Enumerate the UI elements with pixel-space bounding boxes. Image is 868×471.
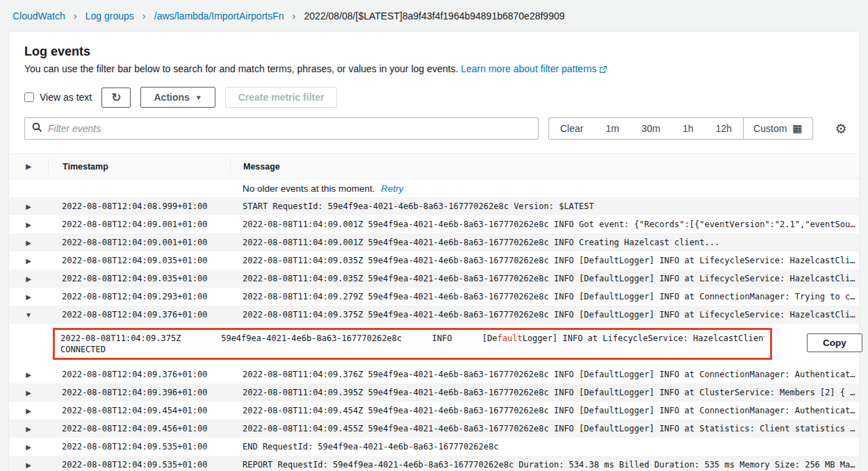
event-timestamp: 2022-08-08T12:04:09.001+01:00 (48, 220, 230, 229)
event-message: 2022-08-08T11:04:09.001Z 59e4f9ea-4021-4… (230, 238, 859, 247)
refresh-button[interactable]: ↻ (101, 88, 131, 108)
expand-arrow-icon[interactable]: ▶ (26, 371, 31, 379)
expand-arrow-icon[interactable]: ▶ (26, 221, 31, 229)
view-as-text-checkbox[interactable] (24, 92, 34, 102)
event-timestamp: 2022-08-08T12:04:09.376+01:00 (48, 310, 230, 320)
expand-arrow-icon[interactable]: ▶ (26, 257, 31, 265)
expand-arrow-icon[interactable]: ▶ (26, 389, 31, 397)
time-range-group: Clear 1m 30m 1h 12h Custom ▦ (548, 117, 813, 140)
expand-arrow-icon[interactable]: ▶ (26, 443, 31, 451)
time-range-1h-button[interactable]: 1h (671, 118, 705, 139)
log-event-row[interactable]: ▶ 2022-08-08T12:04:09.396+01:00 2022-08-… (9, 383, 859, 402)
table-header: ▶ Timestamp Message (9, 154, 859, 179)
chevron-down-icon: ▼ (195, 94, 202, 101)
expand-arrow-icon[interactable]: ▶ (26, 425, 31, 433)
filter-row: Clear 1m 30m 1h 12h Custom ▦ ⚙ (24, 117, 844, 140)
log-events-panel: Log events You can use the filter bar be… (8, 31, 860, 471)
no-older-events-text: No older events at this moment. (243, 183, 375, 194)
event-message: 2022-08-08T11:04:09.455Z 59e4f9ea-4021-4… (230, 424, 859, 433)
event-timestamp: 2022-08-08T12:04:09.376+01:00 (48, 370, 230, 379)
event-timestamp: 2022-08-08T12:04:08.999+01:00 (48, 201, 230, 211)
actions-label: Actions (154, 92, 189, 103)
breadcrumb-log-stream-name: 2022/08/08/[$LATEST]8a9f43f4f1964b94891b… (304, 10, 565, 22)
expanded-event-detail: 2022-08-08T11:04:09.375Z 59e4f9ea-4021-4… (9, 324, 859, 365)
event-message: REPORT RequestId: 59e4f9ea-4021-4e6b-8a6… (230, 460, 859, 470)
expand-all-header[interactable]: ▶ (9, 163, 48, 170)
toolbar: View as text ↻ Actions ▼ Create metric f… (24, 87, 844, 108)
log-event-row[interactable]: ▶ 2022-08-08T12:04:09.293+01:00 2022-08-… (9, 288, 859, 306)
page-description: You can use the filter bar below to sear… (24, 63, 844, 76)
time-range-1m-button[interactable]: 1m (594, 118, 630, 139)
expand-arrow-icon[interactable]: ▶ (26, 239, 31, 247)
time-range-12h-button[interactable]: 12h (705, 118, 743, 139)
collapse-arrow-icon[interactable]: ▼ (25, 311, 32, 319)
time-range-30m-button[interactable]: 30m (630, 118, 671, 139)
view-as-text-option: View as text (24, 92, 92, 103)
external-link-icon (599, 65, 607, 76)
log-event-row[interactable]: ▶ 2022-08-08T12:04:08.999+01:00 START Re… (9, 197, 859, 215)
log-event-row[interactable]: ▶ 2022-08-08T12:04:09.035+01:00 2022-08-… (9, 251, 859, 270)
breadcrumb-separator-icon: › (72, 10, 79, 22)
log-event-row[interactable]: ▶ 2022-08-08T12:04:09.001+01:00 2022-08-… (9, 215, 859, 233)
event-message: 2022-08-08T11:04:09.035Z 59e4f9ea-4021-4… (230, 274, 859, 283)
time-range-clear-button[interactable]: Clear (549, 118, 594, 139)
custom-label: Custom (753, 123, 787, 134)
event-message: 2022-08-08T11:04:09.035Z 59e4f9ea-4021-4… (230, 256, 859, 265)
event-timestamp: 2022-08-08T12:04:09.035+01:00 (48, 256, 230, 265)
log-event-row[interactable]: ▶ 2022-08-08T12:04:09.001+01:00 2022-08-… (9, 233, 859, 251)
event-timestamp: 2022-08-08T12:04:09.035+01:00 (48, 274, 230, 283)
log-event-row-expanded[interactable]: ▼ 2022-08-08T12:04:09.376+01:00 2022-08-… (9, 306, 859, 324)
breadcrumb-separator-icon: › (291, 10, 297, 22)
detail-text: Logger] INFO at LifecycleService: Hazelc… (523, 333, 764, 343)
log-event-row[interactable]: ▶ 2022-08-08T12:04:09.454+01:00 2022-08-… (9, 402, 859, 420)
expand-arrow-icon[interactable]: ▶ (26, 293, 31, 301)
filter-events-box (24, 117, 539, 140)
log-event-row[interactable]: ▶ 2022-08-08T12:04:09.535+01:00 REPORT R… (9, 456, 859, 471)
event-timestamp: 2022-08-08T12:04:09.456+01:00 (48, 424, 230, 433)
event-message: START RequestId: 59e4f9ea-4021-4e6b-8a63… (230, 201, 859, 211)
search-icon (32, 122, 42, 135)
create-metric-filter-button[interactable]: Create metric filter (225, 87, 338, 108)
filter-events-input[interactable] (48, 123, 531, 134)
log-event-row[interactable]: ▶ 2022-08-08T12:04:09.456+01:00 2022-08-… (9, 420, 859, 438)
log-event-row[interactable]: ▶ 2022-08-08T12:04:09.535+01:00 END Requ… (9, 438, 859, 456)
event-message: 2022-08-08T11:04:09.375Z 59e4f9ea-4021-4… (230, 310, 859, 320)
calendar-icon: ▦ (792, 122, 802, 135)
breadcrumb: CloudWatch › Log groups › /aws/lambda/Im… (0, 0, 868, 31)
breadcrumb-log-group-name[interactable]: /aws/lambda/ImportAirportsFn (154, 10, 284, 22)
gear-icon[interactable]: ⚙ (835, 121, 847, 137)
refresh-icon: ↻ (111, 92, 121, 104)
event-message: 2022-08-08T11:04:09.395Z 59e4f9ea-4021-4… (230, 388, 859, 397)
event-timestamp: 2022-08-08T12:04:09.001+01:00 (48, 238, 230, 247)
event-message: END RequestId: 59e4f9ea-4021-4e6b-8a63-1… (230, 442, 859, 452)
breadcrumb-cloudwatch[interactable]: CloudWatch (13, 10, 65, 22)
event-message: 2022-08-08T11:04:09.279Z 59e4f9ea-4021-4… (230, 292, 859, 301)
expand-arrow-icon: ▶ (26, 163, 31, 170)
expand-arrow-icon[interactable]: ▶ (26, 275, 31, 283)
page-title: Log events (24, 44, 844, 59)
view-as-text-label: View as text (40, 92, 92, 103)
no-older-events-row: No older events at this moment. Retry (9, 179, 859, 197)
log-event-row[interactable]: ▶ 2022-08-08T12:04:09.376+01:00 2022-08-… (9, 365, 859, 383)
message-column-header: Message (230, 159, 859, 174)
breadcrumb-separator-icon: › (141, 10, 147, 22)
copy-button[interactable]: Copy (807, 333, 862, 352)
event-timestamp: 2022-08-08T12:04:09.535+01:00 (48, 442, 230, 452)
retry-link[interactable]: Retry (381, 183, 403, 194)
actions-button[interactable]: Actions ▼ (140, 87, 215, 108)
event-timestamp: 2022-08-08T12:04:09.396+01:00 (48, 388, 230, 397)
expand-arrow-icon[interactable]: ▶ (26, 461, 31, 469)
detail-text: CONNECTED (60, 344, 764, 355)
detail-text: 2022-08-08T11:04:09.375Z 59e4f9ea-4021-4… (60, 333, 498, 343)
detail-highlight-text: fault (498, 333, 523, 343)
expand-arrow-icon[interactable]: ▶ (26, 203, 31, 210)
log-events-table: ▶ Timestamp Message No older events at t… (9, 154, 859, 471)
log-event-row[interactable]: ▶ 2022-08-08T12:04:09.035+01:00 2022-08-… (9, 270, 859, 288)
breadcrumb-log-groups[interactable]: Log groups (85, 10, 134, 22)
learn-more-link[interactable]: Learn more about filter patterns (461, 63, 596, 74)
expanded-event-message-box: 2022-08-08T11:04:09.375Z 59e4f9ea-4021-4… (53, 328, 772, 360)
time-range-custom-button[interactable]: Custom ▦ (743, 118, 812, 139)
expand-arrow-icon[interactable]: ▶ (26, 407, 31, 415)
event-message: 2022-08-08T11:04:09.454Z 59e4f9ea-4021-4… (230, 406, 859, 415)
event-message: 2022-08-08T11:04:09.001Z 59e4f9ea-4021-4… (230, 220, 859, 229)
